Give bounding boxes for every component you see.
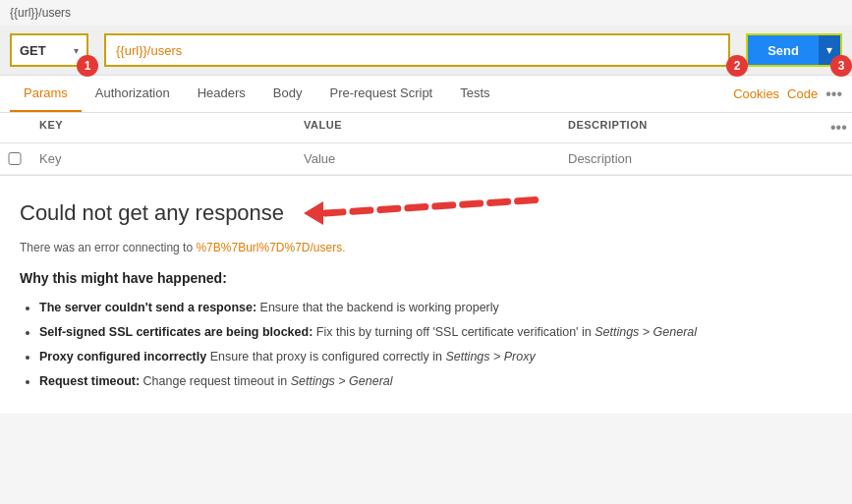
send-wrapper: Send ▾ 3 bbox=[746, 33, 842, 67]
key-input[interactable] bbox=[29, 147, 294, 170]
params-row bbox=[0, 143, 852, 175]
badge-3: 3 bbox=[830, 55, 852, 77]
reason-2-text: Fix this by turning off 'SSL certificate… bbox=[316, 325, 595, 339]
tab-headers[interactable]: Headers bbox=[184, 76, 259, 112]
method-text: GET bbox=[20, 43, 68, 58]
why-list: The server couldn't send a response: Ens… bbox=[20, 296, 832, 394]
tab-authorization[interactable]: Authorization bbox=[82, 76, 184, 112]
title-text: {{url}}/users bbox=[10, 6, 71, 20]
reason-3: Proxy configured incorrectly Ensure that… bbox=[39, 345, 832, 369]
reason-2-italic: Settings > General bbox=[595, 325, 697, 339]
params-header: KEY VALUE DESCRIPTION ••• bbox=[0, 113, 852, 143]
value-column-header: VALUE bbox=[294, 119, 558, 137]
params-table: KEY VALUE DESCRIPTION ••• bbox=[0, 113, 852, 176]
key-column-header: KEY bbox=[29, 119, 294, 137]
tab-body[interactable]: Body bbox=[259, 76, 316, 112]
reason-4-bold: Request timeout: bbox=[39, 374, 140, 388]
error-sub-text: There was an error connecting to %7B%7Bu… bbox=[20, 241, 832, 254]
svg-marker-0 bbox=[304, 201, 323, 225]
reason-4-italic: Settings > General bbox=[291, 374, 393, 388]
reason-4: Request timeout: Change request timeout … bbox=[39, 369, 832, 394]
error-title-text: Could not get any response bbox=[20, 200, 284, 226]
url-input-container[interactable] bbox=[104, 33, 730, 67]
url-wrapper: 2 bbox=[96, 33, 738, 67]
reason-2: Self-signed SSL certificates are being b… bbox=[39, 320, 832, 345]
dashed-arrow-icon bbox=[304, 196, 549, 231]
reason-1-bold: The server couldn't send a response: bbox=[39, 301, 256, 314]
reason-3-italic: Settings > Proxy bbox=[445, 350, 535, 364]
code-link[interactable]: Code bbox=[787, 86, 818, 101]
badge-2: 2 bbox=[726, 55, 748, 77]
reason-2-bold: Self-signed SSL certificates are being b… bbox=[39, 325, 312, 339]
error-title-row: Could not get any response bbox=[20, 196, 832, 231]
title-bar: {{url}}/users bbox=[0, 0, 852, 26]
checkbox-header bbox=[0, 119, 29, 137]
method-arrow-icon: ▾ bbox=[74, 45, 79, 56]
reason-3-bold: Proxy configured incorrectly bbox=[39, 350, 206, 364]
method-wrapper: GET ▾ 1 bbox=[10, 33, 88, 67]
send-button[interactable]: Send bbox=[748, 35, 819, 65]
row-checkbox[interactable] bbox=[0, 152, 29, 165]
error-link[interactable]: %7B%7Burl%7D%7D/users. bbox=[196, 241, 345, 254]
value-input[interactable] bbox=[294, 147, 558, 170]
cookies-link[interactable]: Cookies bbox=[733, 86, 779, 101]
tab-tests[interactable]: Tests bbox=[446, 76, 503, 112]
description-column-header: DESCRIPTION bbox=[558, 119, 823, 137]
reason-4-text: Change request timeout in bbox=[143, 374, 291, 388]
tabs-bar: Params Authorization Headers Body Pre-re… bbox=[0, 76, 852, 113]
tab-pre-request-script[interactable]: Pre-request Script bbox=[315, 76, 446, 112]
request-bar: GET ▾ 1 2 Send ▾ 3 bbox=[0, 26, 852, 76]
description-input[interactable] bbox=[558, 147, 823, 170]
svg-line-1 bbox=[325, 199, 544, 213]
reason-1-text: Ensure that the backend is working prope… bbox=[260, 301, 499, 314]
more-dots-icon[interactable]: ••• bbox=[823, 119, 852, 136]
reason-3-text: Ensure that proxy is configured correctl… bbox=[210, 350, 446, 364]
tab-extras: Cookies Code ••• bbox=[733, 85, 842, 103]
tab-params[interactable]: Params bbox=[10, 76, 82, 112]
content-area: Could not get any response There was an … bbox=[0, 176, 852, 414]
more-col-header: ••• bbox=[823, 119, 852, 137]
send-btn-group: Send ▾ bbox=[746, 33, 842, 67]
url-input[interactable] bbox=[116, 43, 718, 58]
more-options-icon[interactable]: ••• bbox=[825, 85, 842, 103]
badge-1: 1 bbox=[77, 55, 98, 77]
row-checkbox-cell bbox=[0, 152, 29, 165]
why-title: Why this might have happened: bbox=[20, 270, 832, 286]
reason-1: The server couldn't send a response: Ens… bbox=[39, 296, 832, 320]
